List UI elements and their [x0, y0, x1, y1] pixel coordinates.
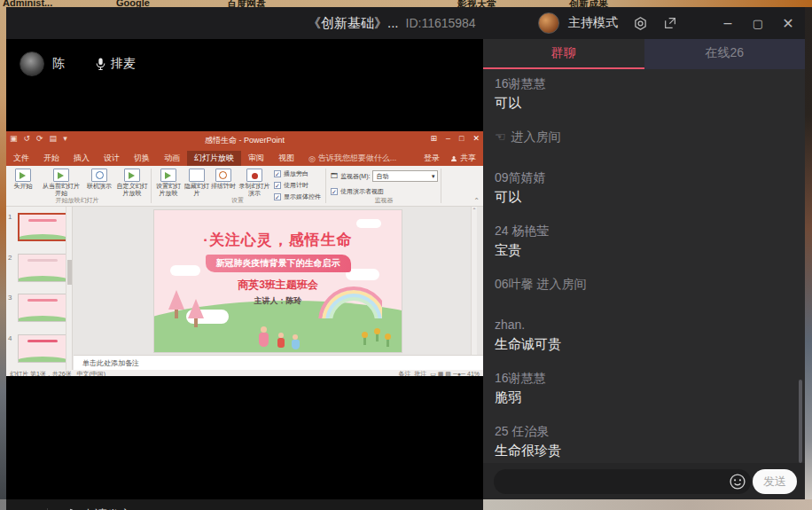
ppt-tellme: 告诉我您想要做什么...	[318, 153, 397, 164]
maximize-button[interactable]: ▢	[750, 15, 766, 31]
notes-pane: 单击此处添加备注	[74, 355, 483, 370]
system-message: ☜ 进入房间	[495, 128, 799, 145]
desktop-top-strip: Administ... Google 百度网盘 影视天堂 创新成果	[0, 0, 812, 7]
ppt-tab-file: 文件	[6, 151, 36, 166]
ppt-minimize-icon: –	[446, 134, 450, 143]
tab-online-members[interactable]: 在线26	[644, 39, 806, 69]
menu-icon[interactable]	[692, 15, 706, 31]
chat-message: 09简婧婧 可以	[495, 169, 799, 207]
message-text: 可以	[495, 93, 799, 113]
figure-body	[277, 338, 285, 348]
figure-body	[259, 333, 269, 347]
sender-name: 09简婧婧	[495, 169, 799, 187]
classroom-app-window: 《创新基础》... ID:11615984 主持模式 – ▢ ✕	[6, 7, 805, 499]
ppt-tab-animations: 动画	[157, 151, 187, 166]
presenter-view-row: ✓使用演示者视图	[331, 187, 384, 196]
minimize-button[interactable]: –	[720, 15, 736, 31]
use-timings-checkbox: ✓使用计时	[274, 181, 321, 190]
desktop-icon-label: 创新成果	[569, 0, 608, 7]
chat-message: zhan. 生命诚可贵	[495, 316, 799, 354]
flower-shape	[376, 333, 379, 341]
mic-icon	[95, 57, 106, 71]
desktop-right-strip	[805, 7, 812, 499]
ppt-rehearse-timings-button: 排练计时	[210, 169, 237, 190]
ppt-tab-slideshow-active: 幻灯片放映	[187, 151, 241, 166]
slide-thumbnail	[18, 294, 67, 322]
lesson-title: 《创新基础》...	[308, 15, 399, 32]
person-icon	[450, 155, 457, 162]
desktop-icon-label: 百度网盘	[227, 0, 266, 7]
speaker-button[interactable]	[18, 507, 35, 510]
message-text: 生命很珍贵	[495, 441, 799, 460]
notes-placeholder: 单击此处添加备注	[82, 358, 139, 368]
ribbon-group2-label: 设置	[153, 196, 322, 205]
monitor-icon: 🗔	[331, 172, 338, 180]
screen-share-video[interactable]: ▣ ↺ ⟳ ▤ ▾ 感悟生命 - PowerPoint ⊞ – □ ✕	[6, 89, 483, 467]
ppt-tab-transitions: 切换	[127, 151, 157, 166]
settings-gear-icon[interactable]	[632, 15, 648, 31]
use-presenter-view-checkbox: ✓使用演示者视图	[331, 187, 384, 196]
rehearse-clock-icon	[215, 169, 231, 182]
thumb-number: 1	[8, 213, 12, 221]
slide-editor-area: ·关注心灵，感悟生命 新冠肺炎疫情背景下的生命启示 商英3班主题班会 主讲人：陈…	[74, 207, 477, 355]
ppt-record-slideshow-button: 录制幻灯片演示	[237, 169, 272, 197]
sender-name: 16谢慧慧	[495, 75, 799, 93]
tree-trunk	[194, 318, 198, 327]
host-avatar[interactable]	[538, 12, 559, 34]
chat-message: 25 任治泉 生命很珍贵	[495, 422, 799, 460]
host-mode-label: 主持模式	[568, 15, 618, 31]
presenter-avatar[interactable]	[20, 51, 44, 76]
ppt-statusbar: 幻灯片 第1张，共26张 中文(中国) 备注 批注 ▭ ▦ ▤ ─●─ 41%	[6, 370, 483, 376]
chat-scrollbar[interactable]	[799, 380, 802, 463]
message-text: 脆弱	[495, 388, 799, 407]
ppt-share: 共享	[460, 153, 476, 164]
flower-shape	[386, 338, 389, 347]
figure-body	[292, 340, 300, 349]
desktop-icon-label: Google	[116, 0, 150, 7]
slide-thumbnail	[18, 254, 67, 282]
close-button[interactable]: ✕	[780, 15, 796, 31]
popout-icon[interactable]	[662, 15, 678, 31]
tab-group-chat[interactable]: 群聊	[483, 39, 644, 69]
message-text: 可以	[495, 187, 799, 207]
figure-head	[261, 326, 267, 333]
chat-message-list[interactable]: 16谢慧慧 可以 ☜ 进入房间 09简婧婧 可以 24 杨艳莹 宝贵 06叶馨 …	[483, 69, 799, 463]
chat-input-bar: 发送	[483, 463, 805, 499]
monitor-dropdown: 自动▾	[372, 170, 438, 182]
ribbon-divider	[441, 169, 441, 203]
desktop-icon-label: 影视天堂	[457, 0, 496, 7]
speaker-icon	[18, 507, 35, 510]
ppt-from-beginning-button: 头开始	[8, 169, 38, 190]
hand-icon: ☜	[495, 128, 506, 145]
slide-speaker-line: 主讲人：陈玲	[154, 295, 402, 307]
system-message: 06叶馨 进入房间	[495, 275, 799, 293]
message-text: 生命诚可贵	[495, 334, 799, 354]
ribbon-group3-label: 监视器	[331, 196, 437, 205]
slide-thumbnail-selected	[18, 213, 67, 241]
room-id: ID:11615984	[406, 16, 476, 30]
ppt-tab-home: 开始	[36, 151, 66, 166]
ppt-maximize-icon: □	[459, 134, 464, 143]
stage-bottom-bar: 申请发言	[6, 499, 483, 510]
message-text: 宝贵	[495, 240, 799, 260]
mic-queue-button[interactable]: 排麦	[95, 56, 136, 72]
send-button[interactable]: 发送	[753, 469, 797, 494]
ppt-tab-design: 设计	[97, 151, 127, 166]
slide-counter: 幻灯片 第1张，共26张	[10, 371, 72, 376]
emoji-button[interactable]	[729, 473, 746, 490]
slide-class-line: 商英3班主题班会	[154, 278, 402, 293]
ppt-tab-review: 审阅	[241, 151, 271, 166]
presenter-name: 陈	[52, 56, 65, 72]
language-indicator: 中文(中国)	[76, 371, 105, 376]
ppt-ribbon-options-icon: ⊞	[430, 134, 437, 143]
sender-name: zhan.	[495, 316, 799, 334]
cloud-shape	[356, 219, 381, 228]
monitor-selector: 🗔 监视器(M): 自动▾	[331, 170, 438, 182]
chat-input[interactable]	[494, 469, 751, 494]
ribbon-divider	[151, 169, 152, 203]
ppt-ribbon: 头开始 从当前幻灯片开始 联机演示 自定义幻灯片放映	[6, 166, 483, 207]
chat-message: 16谢慧慧 脆弱	[495, 369, 799, 407]
sender-name: 25 任治泉	[495, 422, 799, 441]
slide-title: ·关注心灵，感悟生命	[154, 230, 402, 250]
tree-trunk	[175, 310, 178, 318]
